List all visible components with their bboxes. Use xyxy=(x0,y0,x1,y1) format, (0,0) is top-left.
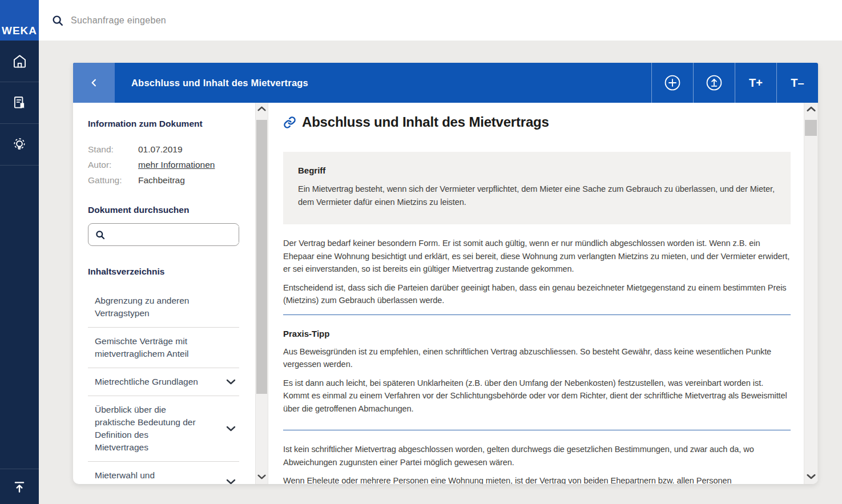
article-pane: Abschluss und Inhalt des Mietvertrags Be… xyxy=(268,103,804,484)
definition-box-text: Ein Mietvertrag besteht, wenn sich der V… xyxy=(298,183,776,208)
home-icon xyxy=(12,54,27,69)
chevron-down-icon[interactable] xyxy=(226,479,236,484)
document-title-bar: Abschluss und Inhalt des Mietvertrags xyxy=(115,63,651,103)
document-metadata: Stand: 01.07.2019 Autor: mehr Informatio… xyxy=(88,142,255,188)
document-search-title: Dokument durchsuchen xyxy=(88,205,255,215)
document-search-box xyxy=(88,223,239,246)
praxis-tipp-title: Praxis-Tipp xyxy=(283,329,791,338)
chevron-down-icon[interactable] xyxy=(226,379,236,385)
document-search-input[interactable] xyxy=(110,226,239,243)
toc-item-label: Abgrenzung zu anderen Vertragstypen xyxy=(95,295,220,320)
font-decrease-button[interactable]: T– xyxy=(776,63,818,103)
article-paragraph: Wenn Eheleute oder mehrere Personen eine… xyxy=(283,474,791,484)
scroll-down-icon[interactable] xyxy=(256,474,268,479)
info-pane-scrollbar[interactable] xyxy=(255,103,268,484)
search-icon[interactable] xyxy=(51,14,64,27)
document-info-pane: Information zum Dokument Stand: 01.07.20… xyxy=(73,103,255,484)
toc-item-label: Mieterwahl und Datenschutz xyxy=(95,469,220,484)
search-icon xyxy=(95,229,106,240)
meta-row-gattung: Gattung: Fachbeitrag xyxy=(88,172,255,188)
table-of-contents: Abgrenzung zu anderen Vertragstypen Gemi… xyxy=(88,287,239,484)
sidebar-item-ideas[interactable] xyxy=(0,124,39,166)
plus-circle-icon xyxy=(663,74,682,92)
font-decrease-label: T– xyxy=(791,76,804,90)
meta-value: Fachbeitrag xyxy=(138,172,185,188)
sidebar-item-home[interactable] xyxy=(0,41,39,82)
scrollbar-thumb[interactable] xyxy=(256,120,267,394)
export-button[interactable] xyxy=(693,63,735,103)
toc-item-label: Gemischte Verträge mit mietvertraglichem… xyxy=(95,335,220,360)
app-sidebar xyxy=(0,41,39,504)
article-title-row: Abschluss und Inhalt des Mietvertrags xyxy=(283,114,791,130)
toc-item-label: Überblick über die praktische Bedeutung … xyxy=(95,404,220,454)
meta-row-stand: Stand: 01.07.2019 xyxy=(88,142,255,157)
definition-box-title: Begriff xyxy=(298,166,776,175)
toc-item[interactable]: Abgrenzung zu anderen Vertragstypen xyxy=(88,287,239,328)
weka-logo[interactable]: WEKA xyxy=(0,0,39,41)
toc-item[interactable]: Überblick über die praktische Bedeutung … xyxy=(88,396,239,462)
toc-item[interactable]: Mietrechtliche Grundlagen xyxy=(88,368,239,396)
top-bar xyxy=(0,0,842,41)
sidebar-item-documents[interactable] xyxy=(0,82,39,124)
document-icon xyxy=(12,95,27,110)
back-button[interactable] xyxy=(73,63,115,103)
global-search xyxy=(51,0,311,41)
add-button[interactable] xyxy=(651,63,693,103)
meta-value: 01.07.2019 xyxy=(138,142,183,157)
scroll-to-top-button[interactable] xyxy=(0,469,39,504)
scroll-up-icon[interactable] xyxy=(804,106,817,112)
praxis-tipp-paragraph: Aus Beweisgründen ist zu empfehlen, eine… xyxy=(283,345,791,371)
meta-row-autor: Autor: mehr Informationen xyxy=(88,157,255,172)
arrow-up-to-line-icon xyxy=(12,479,27,494)
toc-item-label: Mietrechtliche Grundlagen xyxy=(95,376,220,388)
upload-circle-icon xyxy=(705,74,723,92)
weka-logo-text: WEKA xyxy=(2,25,37,37)
link-icon[interactable] xyxy=(283,116,296,129)
article-paragraph: Entscheidend ist, dass sich die Parteien… xyxy=(283,281,791,307)
definition-box: Begriff Ein Mietvertrag besteht, wenn si… xyxy=(283,152,791,224)
article-title: Abschluss und Inhalt des Mietvertrags xyxy=(302,114,549,130)
meta-label: Gattung: xyxy=(88,172,138,188)
article-pane-scrollbar[interactable] xyxy=(804,103,818,484)
toc-item[interactable]: Gemischte Verträge mit mietvertraglichem… xyxy=(88,328,239,368)
toc-title: Inhaltsverzeichnis xyxy=(88,267,255,277)
font-increase-button[interactable]: T+ xyxy=(735,63,776,103)
more-information-link[interactable]: mehr Informationen xyxy=(138,157,215,172)
toc-item[interactable]: Mieterwahl und Datenschutz xyxy=(88,462,239,484)
document-card: Abschluss und Inhalt des Mietvertrags T+… xyxy=(73,63,818,484)
chevron-down-icon[interactable] xyxy=(226,426,236,432)
praxis-tipp-box: Praxis-Tipp Aus Beweisgründen ist zu emp… xyxy=(283,315,791,431)
article-paragraph: Ist kein schriftlicher Mietvertrag abges… xyxy=(283,443,791,469)
article-paragraph: Der Vertrag bedarf keiner besondern Form… xyxy=(283,237,791,276)
chevron-left-icon xyxy=(89,78,99,88)
font-increase-label: T+ xyxy=(749,76,763,90)
lightbulb-icon xyxy=(11,136,27,152)
scrollbar-thumb[interactable] xyxy=(805,120,817,136)
meta-label: Stand: xyxy=(88,142,138,157)
info-section-title: Information zum Dokument xyxy=(88,119,255,129)
praxis-tipp-paragraph: Es ist dann auch leicht, bei späteren Un… xyxy=(283,377,791,416)
document-header: Abschluss und Inhalt des Mietvertrags T+… xyxy=(73,63,818,103)
scroll-down-icon[interactable] xyxy=(804,474,817,479)
scroll-up-icon[interactable] xyxy=(256,106,268,111)
meta-label: Autor: xyxy=(88,157,138,172)
global-search-input[interactable] xyxy=(71,15,311,26)
